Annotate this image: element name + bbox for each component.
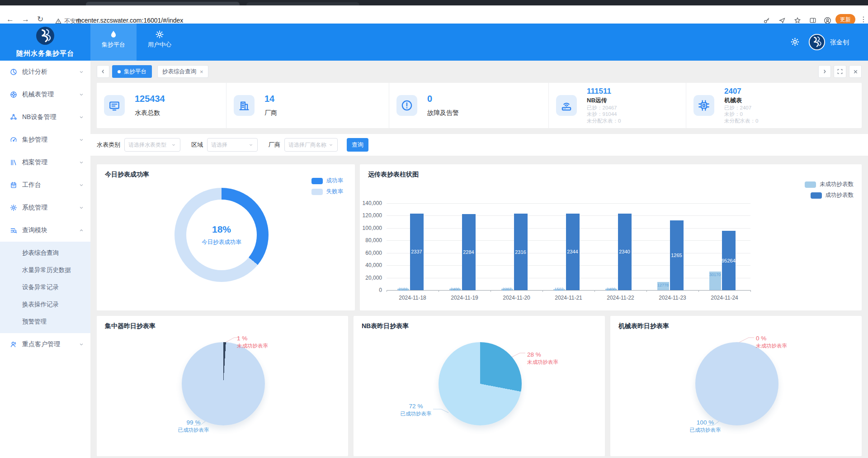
x-axis-label: 2024-11-18 [388,295,438,301]
clipboard-icon [10,181,17,189]
stat-card-meter[interactable]: 125434水表总数 [97,83,226,128]
y-axis-label: 140,000 [361,200,382,206]
share-icon[interactable] [778,17,786,24]
browser-forward-icon[interactable]: → [22,15,29,24]
panel-title: 机械表昨日抄表率 [618,322,669,330]
tab-collection-platform[interactable]: 集抄平台 [112,65,152,78]
pie-label-successful: 100 %已成功抄表率 [690,419,721,434]
stats-card-row: 125434水表总数14厂商0故障及告警111511NB远传已抄：20467未抄… [97,83,862,128]
stat-card-chip[interactable]: 2407机械表已抄：2407未抄：0未分配水表：0 [686,83,862,128]
sidebar-item-stats-pie[interactable]: 统计分析 [0,61,90,83]
browser-tab[interactable] [86,2,240,5]
app-title: 随州水务集抄平台 [0,49,90,58]
sidebar-item-label: 集抄管理 [22,136,79,144]
vendor-select[interactable]: 请选择厂商名称 [284,138,338,152]
donut-subtitle: 今日抄表成功率 [202,239,241,246]
region-select[interactable]: 请选择 [207,138,258,152]
sidebar-item-users[interactable]: 重点客户管理 [0,333,90,356]
settings-gear-icon[interactable] [790,37,800,47]
tabs-scroll-right-button[interactable] [818,65,831,78]
stat-card-alert[interactable]: 0故障及告警 [389,83,548,128]
browser-address-bar: ← → ↻ 不安全 | mcenter.szcswater.com:16001/… [0,5,868,24]
stat-detail: 未分配水表：0 [724,118,758,124]
bookmark-star-icon[interactable] [794,17,801,24]
pie-chart[interactable] [182,342,265,425]
header-nav-label: 集抄平台 [90,41,137,49]
pie-slice-name: 未成功抄表率 [527,359,558,366]
url-text[interactable]: mcenter.szcswater.com:16001/#/index [76,17,183,24]
gauge-icon [10,136,17,143]
browser-back-icon[interactable]: ← [6,15,14,24]
bar-chart[interactable]: 020,00040,00060,00080,000100,000120,0001… [360,164,862,310]
sidebar-subitem[interactable]: 换表操作记录 [0,296,90,313]
filter-label-vendor: 厂商 [269,141,280,149]
stat-label: 水表总数 [135,109,165,117]
browser-tab-2[interactable] [246,2,359,5]
sidebar-item-nb-nodes[interactable]: NB设备管理 [0,106,90,129]
tab-close-icon[interactable]: × [200,68,203,75]
browser-reload-icon[interactable]: ↻ [37,15,43,24]
tab-label: 抄表综合查询 [162,68,196,76]
pie-percent: 1 % [237,335,268,342]
bar-label-successful: 1265 [668,253,686,258]
stat-text: 111511NB远传已抄：20467未抄：91044未分配水表：0 [587,87,621,124]
filter-label-region: 区域 [191,141,203,149]
gridline [387,203,750,204]
key-icon[interactable] [763,17,770,24]
sidebar-item-archive[interactable]: 档案管理 [0,151,90,174]
pie-chart[interactable] [695,342,778,425]
sidebar-subitem[interactable]: 预警管理 [0,313,90,330]
stat-value: 2407 [724,87,758,95]
sidebar-item-clipboard[interactable]: 工作台 [0,174,90,196]
legend-item-fail[interactable]: 失败率 [311,188,344,196]
tab-meter-reading-query[interactable]: 抄表综合查询 × [157,65,208,78]
y-axis-label: 40,000 [361,262,382,268]
tabs-scroll-left-button[interactable] [97,65,109,78]
pie-slice-name: 未成功抄表率 [237,343,268,349]
stat-value: 0 [427,94,459,104]
chevron-down-icon [79,342,84,347]
app-logo [36,26,55,45]
query-button[interactable]: 查询 [347,138,368,152]
stat-card-router[interactable]: 111511NB远传已抄：20467未抄：91044未分配水表：0 [548,83,686,128]
browser-menu-icon[interactable]: ⋮ [860,15,867,24]
panel-title: 今日抄表成功率 [105,171,149,179]
sidebar-item-label: 重点客户管理 [22,340,79,348]
user-name[interactable]: 张金钊 [830,38,849,47]
sidebar-subitem[interactable]: 设备异常记录 [0,279,90,296]
sidebar-item-gauge[interactable]: 集抄管理 [0,129,90,151]
split-view-icon[interactable] [809,17,816,24]
panel-mech-pie: 机械表昨日抄表率0 %未成功抄表率100 %已成功抄表率 [610,316,862,456]
select-placeholder: 请选择厂商名称 [288,141,326,149]
header-nav-user-center[interactable]: 用户中心 [137,24,183,61]
sidebar-subitem[interactable]: 水量异常历史数据 [0,262,90,279]
sidebar-item-label: 工作台 [22,181,79,189]
building-icon [238,100,250,111]
panel-title: 集中器昨日抄表率 [105,322,156,330]
pie-percent: 99 % [178,419,209,426]
sidebar-submenu: 抄表综合查询水量异常历史数据设备异常记录换表操作记录预警管理 [0,242,90,333]
y-axis-label: 100,000 [361,225,382,231]
stat-card-building[interactable]: 14厂商 [226,83,389,128]
meter-type-select[interactable]: 请选择水表类型 [124,138,180,152]
pie-percent: 72 % [401,403,432,410]
nb-nodes-icon [10,114,17,121]
sidebar-item-mech-wheel[interactable]: 机械表管理 [0,83,90,106]
pie-chart[interactable] [439,342,522,425]
sidebar-item-gear[interactable]: 系统管理 [0,196,90,219]
close-all-tabs-button[interactable] [849,65,862,78]
chevron-down-icon [248,142,254,148]
sidebar-subitem[interactable]: 抄表综合查询 [0,244,90,262]
legend-item-success[interactable]: 成功率 [311,177,344,185]
pie-percent: 0 % [756,335,787,342]
chevron-down-icon [79,205,84,210]
stat-label: 厂商 [264,109,277,117]
axis-tick [387,290,387,292]
user-avatar[interactable] [808,33,826,51]
fullscreen-button[interactable] [834,65,846,78]
header-nav-collection-platform[interactable]: 集抄平台 [90,24,137,61]
axis-tick [646,290,647,292]
archive-icon [10,159,17,166]
sidebar-item-search-list[interactable]: 查询模块 [0,219,90,242]
pie-label-unsuccessful: 28 %未成功抄表率 [527,351,558,366]
